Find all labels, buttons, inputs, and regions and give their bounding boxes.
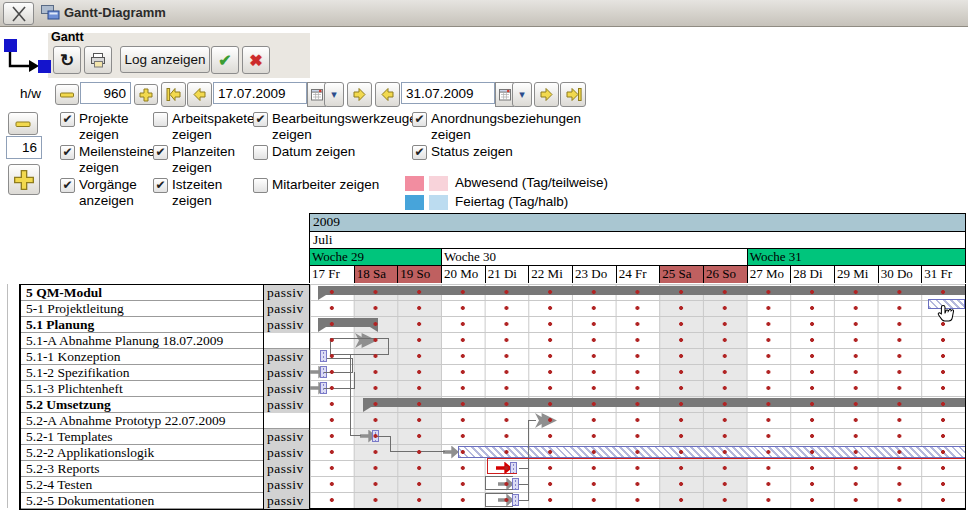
date-from-dropdown-button[interactable]: ▾ <box>324 82 344 107</box>
hand-cursor-icon <box>937 304 955 325</box>
task-row[interactable]: 5-1 Projektleitungpassiv <box>21 301 312 317</box>
dependency-line <box>485 493 513 494</box>
legend-swatch-partial <box>429 176 448 191</box>
task-name-cell[interactable]: 5.2 Umsetzung <box>21 397 263 412</box>
task-icon[interactable] <box>320 350 327 362</box>
task-row[interactable]: 5.2-2 Applikationslogikpassiv <box>21 445 312 461</box>
zoom-in-button[interactable] <box>134 84 158 105</box>
task-name-cell[interactable]: 5.1 Planung <box>21 317 263 332</box>
date-to-dropdown-button[interactable]: ▾ <box>512 82 532 107</box>
day-cell: 31 Fr <box>921 266 965 283</box>
close-button[interactable] <box>3 2 34 25</box>
task-name-cell[interactable]: 5.2-1 Templates <box>21 429 263 444</box>
checkbox-option[interactable]: ✔Vorgänge anzeigen <box>60 177 146 208</box>
show-log-button[interactable]: Log anzeigen <box>120 46 210 73</box>
task-start-arrow[interactable] <box>443 446 459 459</box>
hw-label: h/w <box>20 86 41 101</box>
progress-hatch-bar[interactable] <box>458 446 966 458</box>
task-row[interactable]: 5.1 Planungpassiv <box>21 317 312 333</box>
task-row[interactable]: 5.1-A Abnahme Planung 18.07.2009 <box>21 333 312 349</box>
summary-bar[interactable] <box>363 398 966 407</box>
jump-to-end-button[interactable] <box>560 82 586 107</box>
task-name-cell[interactable]: 5.2-2 Applikationslogik <box>21 445 263 460</box>
task-row[interactable]: 5.2-1 Templatespassiv <box>21 429 312 445</box>
cascade-windows-icon <box>36 2 65 23</box>
task-name-cell[interactable]: 5.1-A Abnahme Planung 18.07.2009 <box>21 333 263 348</box>
dependency-line <box>388 338 389 355</box>
dependency-line <box>485 476 513 477</box>
month-header: Juli <box>310 231 965 248</box>
task-row[interactable]: 5.1-1 Konzeptionpassiv <box>21 349 312 365</box>
status-cell <box>263 333 310 349</box>
date-from-input[interactable] <box>213 82 307 104</box>
task-icon[interactable] <box>512 494 519 506</box>
cancel-button[interactable]: ✖ <box>242 46 270 74</box>
next-from-button[interactable] <box>347 82 372 107</box>
task-name-cell[interactable]: 5.1-2 Spezifikation <box>21 365 263 380</box>
print-button[interactable] <box>84 46 112 74</box>
task-icon[interactable] <box>512 478 519 490</box>
task-name-cell[interactable]: 5 QM-Modul <box>21 285 263 300</box>
refresh-button[interactable]: ↻ <box>53 46 81 74</box>
checkbox-option[interactable]: Mitarbeiter zeigen <box>253 177 419 193</box>
checkbox-label: Istzeiten zeigen <box>172 177 247 208</box>
task-name-cell[interactable]: 5.2-5 Dokumentationen <box>21 493 263 508</box>
dependency-line <box>390 436 391 452</box>
jump-to-start-button[interactable] <box>161 82 186 107</box>
last-arrow-icon <box>564 86 582 103</box>
task-name-cell[interactable]: 5.2-4 Testen <box>21 477 263 492</box>
task-name-cell[interactable]: 5.1-1 Konzeption <box>21 349 263 364</box>
task-row[interactable]: 5.2-3 Reportspassiv <box>21 461 312 477</box>
left-arrow-icon <box>379 86 396 103</box>
next-to-button[interactable] <box>534 82 559 107</box>
status-cell: passiv <box>263 349 310 365</box>
checkbox-option[interactable]: ✔Planzeiten zeigen <box>153 144 247 175</box>
summary-bar[interactable] <box>318 286 966 295</box>
status-cell: passiv <box>263 493 310 509</box>
checkbox-option[interactable]: ✔Bearbeitungswerkzeuge zeigen <box>253 111 419 142</box>
checkbox-option[interactable]: ✔Anordnungsbeziehungen zeigen <box>412 111 584 142</box>
checkbox-option[interactable]: ✔Status zeigen <box>412 144 584 160</box>
task-row[interactable]: 5.2-4 Testenpassiv <box>21 477 312 493</box>
prev-from-button[interactable] <box>187 82 212 107</box>
week-cell: Woche 31 <box>747 249 965 266</box>
prev-to-button[interactable] <box>375 82 400 107</box>
task-row[interactable]: 5.1-2 Spezifikationpassiv <box>21 365 312 381</box>
zoom-out-button[interactable] <box>55 84 79 105</box>
day-cell: 26 So <box>703 266 747 283</box>
task-name-cell[interactable]: 5.1-3 Plichtenheft <box>21 381 263 396</box>
task-name-cell[interactable]: 5.2-3 Reports <box>21 461 263 476</box>
task-name-cell[interactable]: 5.2-A Abnahme Prototyp 22.07.2009 <box>21 413 263 428</box>
checkbox-option[interactable]: Arbeitspakete zeigen <box>153 111 247 142</box>
checkbox-option[interactable]: Datum zeigen <box>253 144 419 160</box>
checkbox-label: Arbeitspakete zeigen <box>172 111 255 142</box>
first-arrow-icon <box>165 86 182 103</box>
dependency-line <box>350 354 351 436</box>
week-cell: Woche 29 <box>310 249 441 266</box>
panel-label: Gantt <box>51 30 84 44</box>
task-row[interactable]: 5 QM-Modulpassiv <box>21 285 312 301</box>
confirm-button[interactable]: ✔ <box>211 46 239 74</box>
task-name-cell[interactable]: 5-1 Projektleitung <box>21 301 263 316</box>
checkbox-option[interactable]: ✔Meilensteine zeigen <box>60 144 146 175</box>
calendar-icon <box>311 88 323 101</box>
task-row[interactable]: 5.2 Umsetzungpassiv <box>21 397 312 413</box>
task-row[interactable]: 5.1-3 Plichtenheftpassiv <box>21 381 312 397</box>
task-row[interactable]: 5.2-5 Dokumentationenpassiv <box>21 493 312 509</box>
checkbox-option[interactable]: ✔Istzeiten zeigen <box>153 177 247 208</box>
row-height-input[interactable] <box>6 136 42 159</box>
summary-bar[interactable] <box>318 318 378 327</box>
task-table: 5 QM-Modulpassiv5-1 Projektleitungpassiv… <box>19 284 312 510</box>
check-icon: ✔ <box>218 51 231 70</box>
row-height-minus-button[interactable] <box>8 112 38 135</box>
checkbox-option[interactable]: ✔Projekte zeigen <box>60 111 146 142</box>
day-cell: 17 Fr <box>310 266 354 283</box>
status-cell: passiv <box>263 461 310 477</box>
date-to-input[interactable] <box>401 82 495 104</box>
dependency-line <box>485 489 513 490</box>
milestone-marker[interactable] <box>535 413 557 428</box>
checkbox-checked-icon: ✔ <box>153 145 168 160</box>
zoom-value-input[interactable] <box>80 82 131 104</box>
task-row[interactable]: 5.2-A Abnahme Prototyp 22.07.2009 <box>21 413 312 429</box>
row-height-plus-button[interactable] <box>8 164 40 195</box>
